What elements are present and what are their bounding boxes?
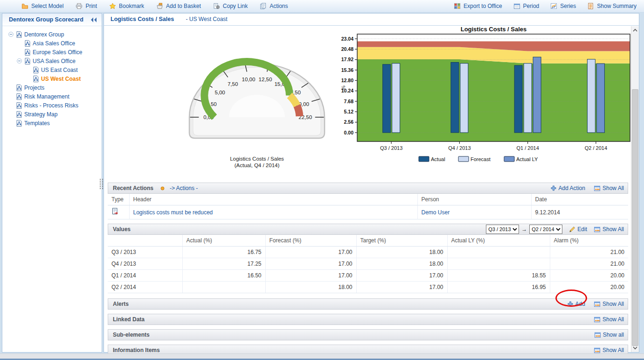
- toolbar-button-label: Bookmark: [119, 3, 144, 9]
- value-cell: 20.00: [550, 282, 628, 293]
- gauge-caption: Logistics Costs / Sales (Actual, Q4 / 20…: [182, 155, 332, 169]
- scrollbar-down-arrow[interactable]: [631, 344, 639, 352]
- toolbar-button-print[interactable]: Print: [76, 3, 97, 9]
- actions-link[interactable]: -> Actions -: [170, 185, 198, 191]
- sub-elements-show-all-button-label: Show all: [603, 332, 624, 338]
- tree-item-us-west-coast[interactable]: US West Coast: [2, 74, 102, 83]
- tree-item-label: US East Coast: [39, 67, 78, 73]
- legend-label: Forecast: [471, 156, 491, 162]
- action-type-icon: [111, 208, 119, 215]
- column-header-period: [108, 235, 182, 247]
- charts-area: 0,002,505,007,5010,0012,5015,0017,5020,0…: [108, 26, 628, 180]
- tree-item-label: Dentorex Group: [22, 31, 64, 38]
- recent-actions-section: Recent Actions-> Actions -Add ActionShow…: [108, 183, 628, 219]
- gauge-zone: [297, 106, 299, 116]
- tree-item-templates[interactable]: Templates: [2, 119, 102, 127]
- scrollbar-thumb[interactable]: [632, 89, 638, 346]
- collapse-toggle-icon[interactable]: [8, 31, 16, 37]
- tree-item-risk-management[interactable]: Risk Management: [2, 92, 102, 101]
- gauge-caption-line2: (Actual, Q4 / 2014): [182, 162, 332, 169]
- values-show-all-button[interactable]: Show All: [594, 226, 624, 233]
- value-cell: 17.00: [356, 270, 447, 282]
- gauge-chart: 0,002,505,007,5010,0012,5015,0017,5020,0…: [185, 47, 329, 143]
- recent-actions-show-all-button[interactable]: Show All: [594, 185, 624, 191]
- alerts-show-all-button[interactable]: Show All: [594, 301, 624, 307]
- tree-item-label: Projects: [22, 85, 44, 91]
- tree-item-label: Strategy Map: [22, 111, 57, 118]
- legend-swatch-actual: [419, 156, 429, 162]
- toolbar-button-period[interactable]: Period: [513, 3, 540, 9]
- linked-data-show-all-button[interactable]: Show All: [594, 316, 624, 323]
- copy-link-icon: [213, 3, 220, 9]
- tree-item-europe-sales-office[interactable]: Europe Sales Office: [2, 48, 102, 56]
- toolbar-button-label: Copy Link: [223, 3, 248, 9]
- value-cell: 18.00: [265, 282, 356, 293]
- y-tick-label: 5.12: [344, 109, 354, 114]
- toolbar-button-copy-link[interactable]: Copy Link: [213, 3, 248, 9]
- information-items-show-all-button-label: Show All: [602, 347, 624, 353]
- toolbar-button-label: Add to Basket: [166, 3, 201, 9]
- y-tick-label: 0.00: [344, 130, 354, 135]
- sidebar-header: Dentorex Group Scorecard: [2, 14, 102, 26]
- edit-values-button[interactable]: Edit: [569, 226, 587, 233]
- add-action-button[interactable]: Add Action: [550, 185, 585, 191]
- element-title: Logistics Costs / Sales: [111, 16, 174, 22]
- column-header-target: Target (%): [356, 235, 447, 247]
- collapse-sidebar-icon[interactable]: [90, 17, 102, 23]
- value-cell: 18.00: [356, 258, 447, 270]
- recent-actions-show-all-button-label: Show All: [602, 185, 624, 191]
- toolbar-button-export-to-office[interactable]: Export to Office: [454, 3, 502, 9]
- value-cell: [447, 247, 550, 258]
- status-dot-icon: [160, 186, 165, 191]
- action-header-link[interactable]: Logistics costs must be reduced: [133, 209, 213, 216]
- sub-elements-show-all-button[interactable]: Show all: [594, 332, 624, 338]
- value-cell: 20.00: [550, 270, 628, 282]
- tree-item-asia-sales-office[interactable]: Asia Sales Office: [2, 39, 102, 48]
- toolbar-button-select-model[interactable]: Select Model: [21, 3, 63, 9]
- scorecard-tree: Dentorex GroupAsia Sales OfficeEurope Sa…: [2, 26, 102, 127]
- tree-item-label: Asia Sales Office: [30, 40, 75, 47]
- alerts-add-button[interactable]: Add: [567, 301, 585, 307]
- gauge-tick-label: 12,50: [259, 77, 272, 82]
- toolbar-button-add-to-basket[interactable]: Add to Basket: [156, 3, 201, 9]
- tree-item-risks-process-risks[interactable]: Risks - Process Risks: [2, 101, 102, 110]
- values-show-all-button-label: Show All: [602, 226, 624, 233]
- action-person-link[interactable]: Demo User: [422, 209, 450, 216]
- table-row: Q1 / 201416.5017.0017.0018.5520.00: [108, 270, 628, 282]
- recent-actions-table: TypeHeaderPersonDateLogistics costs must…: [108, 194, 628, 219]
- scorecard-icon: [16, 120, 22, 127]
- toolbar-button-bookmark[interactable]: Bookmark: [109, 3, 144, 9]
- column-header-forecast: Forecast (%): [265, 235, 356, 247]
- tree-item-projects[interactable]: Projects: [2, 83, 102, 92]
- period-range-picker: Q3 / 2013→Q2 / 2014: [486, 225, 562, 234]
- period-to-select[interactable]: Q2 / 2014: [529, 225, 562, 234]
- vertical-scrollbar[interactable]: [631, 26, 639, 352]
- tree-item-usa-sales-office[interactable]: USA Sales Office: [2, 56, 102, 65]
- collapse-toggle-icon[interactable]: [16, 58, 25, 64]
- toolbar-button-label: Print: [85, 3, 97, 9]
- tree-item-strategy-map[interactable]: Strategy Map: [2, 110, 102, 119]
- action-type-cell: [108, 205, 129, 219]
- information-items-show-all-button[interactable]: Show All: [594, 347, 624, 353]
- y-tick-label: 2.56: [344, 119, 354, 125]
- period-label-cell: Q3 / 2013: [108, 247, 182, 258]
- panel-splitter-handle[interactable]: [100, 179, 103, 189]
- toolbar-button-actions[interactable]: Actions: [260, 3, 288, 9]
- column-header-type: Type: [108, 194, 129, 205]
- table-row: Q2 / 201418.0017.0016.9520.00: [108, 282, 628, 293]
- tree-item-us-east-coast[interactable]: US East Coast: [2, 65, 102, 74]
- y-tick-label: 15.36: [341, 67, 353, 73]
- toolbar-button-show-summary[interactable]: Show Summary: [587, 3, 637, 9]
- period-from-select[interactable]: Q3 / 2013: [486, 225, 519, 234]
- printer-icon: [76, 3, 83, 9]
- tree-item-dentorex-group[interactable]: Dentorex Group: [2, 30, 102, 39]
- toolbar-button-label: Series: [560, 3, 576, 9]
- action-date: 9.12.2014: [535, 209, 560, 216]
- scrollbar-up-arrow[interactable]: [631, 26, 639, 34]
- toolbar-button-label: Select Model: [31, 3, 63, 9]
- toolbar-button-series[interactable]: Series: [550, 3, 576, 9]
- show-all-icon: [594, 317, 601, 323]
- show-all-icon: [594, 226, 601, 233]
- main-content: 0,002,505,007,5010,0012,5015,0017,5020,0…: [104, 26, 639, 356]
- x-tick-label: Q1 / 2014: [516, 145, 539, 151]
